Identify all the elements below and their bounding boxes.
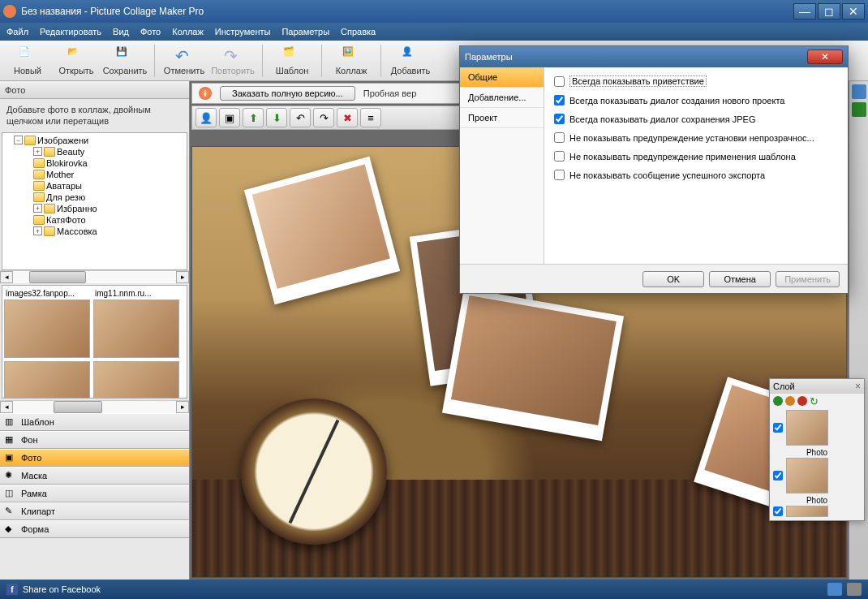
- layers-panel[interactable]: Слой × ↻ Photo Photo: [769, 378, 865, 521]
- menu-photo[interactable]: Фото: [140, 27, 161, 37]
- thumbnail[interactable]: img11.nnm.ru...: [93, 287, 179, 358]
- layer-visible-checkbox[interactable]: [773, 423, 783, 433]
- tree-node[interactable]: +Beauty: [4, 146, 185, 157]
- scroll-track[interactable]: [13, 401, 176, 413]
- option-welcome[interactable]: Всегда показывать приветствие: [554, 75, 838, 87]
- close-icon[interactable]: ×: [855, 381, 861, 392]
- person-tool[interactable]: 👤: [196, 108, 217, 127]
- dialog-tab-project[interactable]: Проект: [460, 108, 544, 128]
- option-jpeg[interactable]: Всегда показывать диалог сохранения JPEG: [554, 114, 838, 124]
- tree-node[interactable]: Mother: [4, 169, 185, 180]
- thumbnail[interactable]: img15.nnm.ru___: [4, 361, 90, 399]
- save-button[interactable]: Сохранить: [102, 42, 148, 80]
- tree-node[interactable]: +Массовка: [4, 226, 185, 237]
- checkbox[interactable]: [554, 132, 565, 143]
- dialog-titlebar[interactable]: Параметры ✕: [460, 46, 848, 67]
- collapse-icon[interactable]: −: [14, 136, 23, 144]
- layer-item[interactable]: [773, 506, 861, 517]
- menu-params[interactable]: Параметры: [281, 27, 329, 37]
- rotate-left-button[interactable]: ↶: [290, 108, 311, 127]
- dialog-tab-add[interactable]: Добавление...: [460, 88, 544, 108]
- rotate-right-button[interactable]: ↷: [313, 108, 334, 127]
- dialog-close-button[interactable]: ✕: [807, 50, 843, 64]
- maximize-button[interactable]: ◻: [818, 3, 840, 19]
- open-button[interactable]: Открыть: [54, 42, 99, 80]
- collage-button[interactable]: Коллаж: [329, 42, 374, 80]
- expand-icon[interactable]: +: [33, 204, 42, 213]
- scroll-left-button[interactable]: ◂: [0, 401, 13, 413]
- tab-template[interactable]: ▥Шаблон: [0, 413, 189, 431]
- option-opacity[interactable]: Не показывать предупреждение установки н…: [554, 132, 838, 143]
- layer-visible-checkbox[interactable]: [773, 506, 783, 516]
- tree-root[interactable]: −Изображени: [4, 135, 185, 146]
- tree-hscroll[interactable]: ◂ ▸: [0, 270, 189, 283]
- expand-icon[interactable]: +: [33, 147, 42, 156]
- template-button[interactable]: Шаблон: [269, 42, 315, 80]
- layer-delete-icon[interactable]: [797, 396, 807, 406]
- option-export[interactable]: Не показывать сообщение успешного экспор…: [554, 170, 838, 180]
- add-button[interactable]: Добавить: [388, 42, 433, 80]
- layer-item[interactable]: [773, 410, 861, 446]
- thumbs-hscroll[interactable]: ◂ ▸: [0, 400, 189, 413]
- tree-node[interactable]: КатяФото: [4, 214, 185, 226]
- facebook-icon[interactable]: f: [6, 584, 18, 595]
- layer-add-icon[interactable]: [773, 396, 783, 406]
- tree-node[interactable]: Blokirovka: [4, 157, 185, 169]
- option-template-warn[interactable]: Не показывать предупреждение применения …: [554, 151, 838, 162]
- align-tool[interactable]: ≡: [360, 108, 381, 127]
- thumbnail[interactable]: kinomusyk.ws_...: [93, 361, 179, 399]
- checkbox[interactable]: [554, 76, 565, 87]
- tree-node[interactable]: +Избранно: [4, 203, 185, 214]
- menu-help[interactable]: Справка: [341, 27, 376, 37]
- tree-node[interactable]: Для резю: [4, 192, 185, 203]
- refresh-icon[interactable]: ↻: [810, 395, 819, 407]
- dialog-tab-general[interactable]: Общие: [460, 67, 544, 88]
- apply-button[interactable]: Применить: [776, 271, 840, 287]
- layer-tool-icon[interactable]: [785, 396, 795, 406]
- tab-shape[interactable]: ◆Форма: [0, 520, 189, 538]
- share-link[interactable]: Share on Facebook: [23, 584, 101, 594]
- tab-frame[interactable]: ◫Рамка: [0, 485, 189, 502]
- tab-mask[interactable]: ✺Маска: [0, 467, 189, 485]
- order-full-button[interactable]: Заказать полную версию...: [220, 86, 355, 101]
- redo-button[interactable]: Повторить: [210, 42, 256, 80]
- scroll-right-button[interactable]: ▸: [176, 271, 189, 283]
- checkbox[interactable]: [554, 170, 565, 180]
- menu-view[interactable]: Вид: [113, 27, 129, 37]
- menu-tools[interactable]: Инструменты: [215, 27, 271, 37]
- menu-edit[interactable]: Редактировать: [40, 27, 101, 37]
- tab-clipart[interactable]: ✎Клипарт: [0, 502, 189, 520]
- layer-visible-checkbox[interactable]: [773, 471, 783, 480]
- checkbox[interactable]: [554, 114, 565, 124]
- expand-icon[interactable]: +: [33, 226, 42, 235]
- right-tool-icon[interactable]: [852, 84, 866, 99]
- scroll-right-button[interactable]: ▸: [176, 401, 189, 413]
- scroll-thumb[interactable]: [54, 401, 102, 413]
- tab-photo[interactable]: ▣Фото: [0, 449, 189, 467]
- folder-tree[interactable]: −Изображени +Beauty Blokirovka Mother Ав…: [2, 132, 187, 270]
- thumbnail[interactable]: images32.fanpop...: [4, 287, 90, 358]
- menu-collage[interactable]: Коллаж: [172, 27, 204, 37]
- status-icon[interactable]: [847, 583, 862, 596]
- menu-file[interactable]: Файл: [6, 27, 28, 37]
- thumbnail-grid[interactable]: images32.fanpop... img11.nnm.ru... img15…: [2, 285, 187, 399]
- scroll-track[interactable]: [13, 271, 176, 283]
- option-newproject[interactable]: Всегда показывать диалог создания нового…: [554, 95, 838, 106]
- close-button[interactable]: ✕: [842, 3, 865, 19]
- up-button[interactable]: ⬆: [243, 108, 264, 127]
- down-button[interactable]: ⬇: [266, 108, 287, 127]
- scroll-left-button[interactable]: ◂: [0, 271, 13, 283]
- delete-button[interactable]: ✖: [337, 108, 358, 127]
- checkbox[interactable]: [554, 95, 565, 106]
- status-icon[interactable]: [827, 583, 842, 596]
- tree-node[interactable]: Аватары: [4, 180, 185, 192]
- layers-header[interactable]: Слой ×: [770, 379, 864, 394]
- layer-item[interactable]: [773, 458, 861, 493]
- minimize-button[interactable]: —: [793, 3, 816, 19]
- new-button[interactable]: Новый: [5, 42, 50, 80]
- cancel-button[interactable]: Отмена: [709, 271, 771, 287]
- undo-button[interactable]: Отменить: [161, 42, 207, 80]
- crop-tool[interactable]: ▣: [219, 108, 240, 127]
- tab-background[interactable]: ▦Фон: [0, 431, 189, 449]
- right-tool-icon[interactable]: [852, 102, 866, 117]
